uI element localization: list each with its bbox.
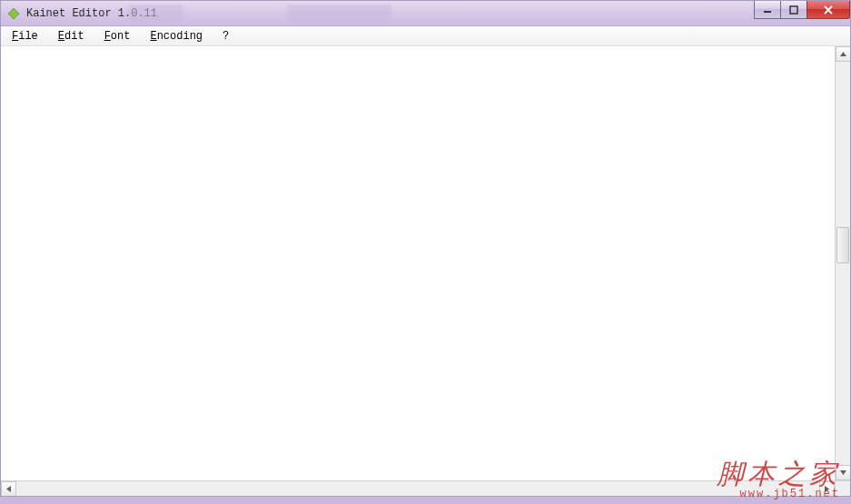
app-icon <box>6 6 21 21</box>
menubar: File Edit Font Encoding ? <box>1 26 850 46</box>
svg-marker-0 <box>8 8 19 19</box>
horizontal-scrollbar[interactable] <box>1 480 835 496</box>
menu-font[interactable]: Font <box>101 28 134 44</box>
window-controls <box>755 1 850 19</box>
text-editor[interactable] <box>1 46 835 480</box>
menu-edit[interactable]: Edit <box>54 28 88 44</box>
maximize-button[interactable] <box>780 1 807 19</box>
scroll-up-button[interactable] <box>836 46 850 62</box>
svg-marker-7 <box>6 486 11 492</box>
svg-marker-6 <box>840 470 846 475</box>
scroll-down-button[interactable] <box>836 465 850 480</box>
svg-rect-2 <box>790 6 797 14</box>
titlebar[interactable]: Kainet Editor 1.0.11 <box>1 1 850 26</box>
svg-marker-5 <box>840 52 846 56</box>
close-button[interactable] <box>806 1 850 19</box>
content-area <box>1 46 850 496</box>
vertical-scrollbar[interactable] <box>835 46 850 480</box>
blurred-region <box>128 5 183 23</box>
svg-marker-8 <box>825 486 829 492</box>
menu-help[interactable]: ? <box>219 28 233 44</box>
app-window: Kainet Editor 1.0.11 File Edit Font Enco… <box>0 0 851 497</box>
scroll-left-button[interactable] <box>1 481 16 496</box>
blurred-region <box>287 5 391 23</box>
scroll-corner <box>835 480 850 496</box>
horizontal-scroll-track[interactable] <box>16 481 819 496</box>
minimize-button[interactable] <box>754 1 781 19</box>
menu-encoding[interactable]: Encoding <box>146 28 206 44</box>
menu-file[interactable]: File <box>8 28 42 44</box>
vertical-scroll-track[interactable] <box>836 62 850 465</box>
vertical-scroll-thumb[interactable] <box>836 227 849 263</box>
scroll-right-button[interactable] <box>819 481 835 496</box>
